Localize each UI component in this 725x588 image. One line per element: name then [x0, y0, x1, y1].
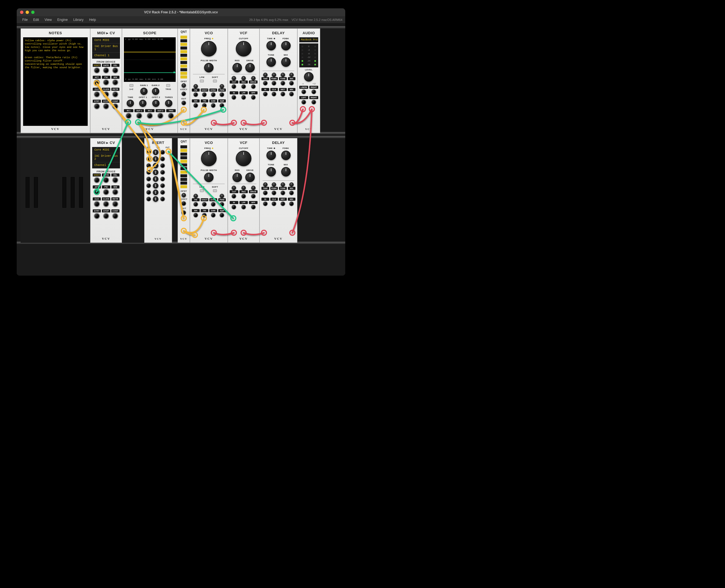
vcf1-cut-att[interactable] — [232, 76, 236, 81]
scope-in1-port[interactable] — [126, 113, 132, 119]
audio-lmon-port[interactable] — [301, 89, 306, 94]
8vert-out-5[interactable] — [160, 176, 165, 182]
delay1-mixcv-port[interactable] — [289, 81, 294, 86]
module-qnt-1[interactable]: QNT OFST V/OCT OUT VCV — [178, 28, 190, 133]
8vert-knob-5[interactable] — [153, 176, 158, 182]
delay2-mix-att[interactable] — [289, 182, 294, 187]
qnt1-voct-port[interactable] — [181, 91, 186, 96]
vco1-sqr-port[interactable] — [219, 103, 225, 108]
vcf1-drive-att[interactable] — [251, 76, 256, 81]
8vert-knob-3[interactable] — [153, 163, 158, 168]
delay2-time-att[interactable] — [263, 182, 268, 187]
midi2-port-strt[interactable] — [94, 213, 100, 219]
delay1-fdbk-att[interactable] — [272, 73, 276, 77]
8vert-in-8[interactable] — [146, 196, 151, 202]
delay2-mix-port[interactable] — [289, 201, 294, 206]
vco1-pwm-port[interactable] — [219, 92, 225, 97]
rack-area[interactable]: NOTES Yellow cables: Alpha power (Pz) co… — [17, 23, 345, 276]
module-vco-1[interactable]: VCO FREQ PULSE WIDTH LFM SOFT FM V/OCT — [190, 28, 228, 133]
vcf1-res-att[interactable] — [241, 76, 246, 81]
delay1-mix-knob[interactable] — [281, 57, 291, 67]
midi2-channel[interactable]: Channel 1 — [92, 162, 120, 168]
vcf1-in-port[interactable] — [231, 95, 236, 100]
8vert-in-2[interactable] — [146, 156, 151, 162]
vcf2-res-att[interactable] — [241, 186, 246, 190]
vco1-pw-knob[interactable] — [204, 63, 214, 72]
menu-edit[interactable]: Edit — [30, 18, 42, 22]
midi1-port-strt[interactable] — [94, 103, 100, 109]
8vert-knob-2[interactable] — [153, 156, 158, 162]
vco2-pw-knob[interactable] — [204, 173, 214, 182]
vco1-lfm-toggle[interactable] — [200, 80, 204, 82]
delay2-time-knob[interactable] — [266, 151, 276, 160]
8vert-in-3[interactable] — [146, 163, 151, 168]
8vert-in-7[interactable] — [146, 190, 151, 195]
midi2-device[interactable]: IAC Driver Bus 2 — [92, 153, 120, 162]
vco2-fm-port[interactable] — [193, 202, 198, 207]
scope-1x2-toggle[interactable] — [129, 84, 133, 87]
delay1-in-port[interactable] — [263, 91, 268, 97]
8vert-out-8[interactable] — [160, 196, 165, 202]
8vert-out-2[interactable] — [160, 156, 165, 162]
vcf2-hpf-port[interactable] — [251, 205, 256, 210]
vco2-lfm-toggle[interactable] — [200, 189, 204, 192]
delay2-clk-port[interactable] — [272, 201, 276, 206]
qnt2-keys[interactable] — [180, 145, 187, 188]
midi2-port-pw[interactable] — [103, 189, 109, 195]
midi1-port-retr[interactable] — [112, 91, 118, 98]
vco2-freq-knob[interactable] — [201, 151, 217, 166]
midi2-port-voct[interactable] — [94, 177, 100, 183]
vcf2-cutoff-knob[interactable] — [236, 151, 251, 166]
vco2-sqr-port[interactable] — [219, 213, 225, 218]
minimize-icon[interactable] — [26, 10, 29, 14]
scope-ofst1-knob[interactable] — [139, 100, 146, 107]
delay2-in-port[interactable] — [263, 201, 268, 206]
midi2-port-retr[interactable] — [112, 201, 118, 207]
midi1-lcd[interactable]: Core MIDI IAC Driver Bus 1 Channel 1 — [92, 37, 120, 59]
midi2-port-stop[interactable] — [103, 213, 109, 219]
vco2-saw-port[interactable] — [211, 213, 216, 218]
delay2-fdbk-knob[interactable] — [281, 151, 291, 160]
midi1-port-vel[interactable] — [112, 67, 118, 74]
midi2-port-clk[interactable] — [94, 201, 100, 207]
midi1-driver[interactable]: Core MIDI — [92, 37, 120, 43]
vcf2-lpf-port[interactable] — [241, 205, 246, 210]
module-delay-1[interactable]: DELAY TIME FDBK TONE MIX TIME FDBK TONE … — [259, 28, 297, 133]
qnt2-voct-port[interactable] — [181, 201, 186, 206]
vcf2-res-knob[interactable] — [233, 173, 242, 182]
scope-gain2-knob[interactable] — [152, 88, 159, 95]
audio-right-port[interactable] — [311, 89, 316, 94]
module-vcf-1[interactable]: VCF CUTOFF RES DRIVE CUT RES DRIVE IN LP… — [228, 28, 259, 133]
vcf1-drive-knob[interactable] — [245, 63, 255, 72]
8vert-out-3[interactable] — [160, 163, 165, 168]
vco1-voct-port[interactable] — [202, 92, 207, 97]
midi1-port-voct[interactable] — [94, 67, 100, 74]
vcf1-res-port[interactable] — [241, 84, 246, 89]
8vert-in-1[interactable] — [146, 150, 151, 155]
delay1-time-port[interactable] — [263, 81, 268, 86]
vco2-soft-toggle[interactable] — [213, 189, 217, 192]
vcf1-res-knob[interactable] — [233, 63, 242, 72]
delay2-tone-port[interactable] — [280, 190, 285, 195]
vco1-soft-toggle[interactable] — [213, 80, 217, 82]
midi2-port-aft[interactable] — [94, 189, 100, 195]
vcf1-drive-port[interactable] — [251, 84, 256, 89]
midi2-port-clkn[interactable] — [103, 201, 109, 207]
audio-left-out[interactable] — [301, 100, 306, 105]
vco2-tri-port[interactable] — [202, 213, 207, 218]
8vert-out-1[interactable] — [160, 150, 165, 155]
delay2-tone-knob[interactable] — [266, 167, 276, 176]
midi1-port-gate[interactable] — [103, 67, 109, 74]
midi2-driver[interactable]: Core MIDI — [92, 147, 120, 153]
audio-level-knob[interactable] — [304, 72, 314, 82]
vco2-fm-att[interactable] — [193, 194, 198, 198]
delay2-wet-port[interactable] — [280, 201, 285, 206]
qnt1-keys[interactable] — [180, 36, 187, 79]
delay1-clk-port[interactable] — [272, 91, 276, 97]
vcf1-cutoff-knob[interactable] — [236, 41, 251, 57]
audio-device[interactable]: MacBook Pro — [299, 37, 318, 42]
vcf2-cut-att[interactable] — [232, 186, 236, 190]
vco1-freq-knob[interactable] — [201, 41, 217, 57]
vcf2-drive-port[interactable] — [251, 194, 256, 199]
midi2-port-cont[interactable] — [112, 213, 118, 219]
